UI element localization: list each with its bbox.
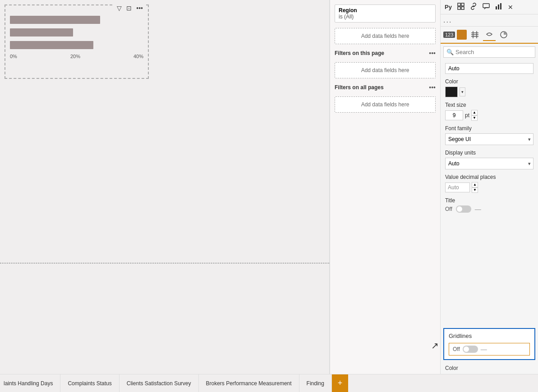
filters-all-pages-label: Filters on all pages	[335, 84, 384, 91]
bottom-tabs: laints Handling Days Complaints Status C…	[0, 374, 538, 392]
chart-type-icon-btn[interactable]	[497, 28, 510, 41]
search-icon: 🔍	[446, 49, 454, 55]
search-box[interactable]: 🔍	[443, 46, 535, 58]
text-size-input[interactable]	[445, 110, 463, 120]
comment-icon[interactable]	[481, 2, 491, 12]
axis-label-0: 0%	[10, 54, 17, 59]
py-button[interactable]: Py	[443, 3, 453, 11]
decimal-spinner-down[interactable]: ▼	[472, 187, 478, 193]
x-icon[interactable]: ✕	[506, 3, 515, 12]
svg-rect-6	[498, 5, 499, 9]
title-label: Title	[445, 197, 533, 204]
decimal-input[interactable]	[445, 182, 470, 192]
color-dropdown-arrow[interactable]: ▾	[460, 87, 465, 96]
filters-all-pages-section: Filters on all pages •••	[335, 84, 436, 91]
bar-chart	[10, 12, 143, 53]
tab-clients-satisfaction-label: Clients Satisfaction Survey	[127, 380, 191, 387]
tab-brokers-performance[interactable]: Brokers Performance Measurement	[199, 374, 299, 392]
decimal-spinner: ▲ ▼	[472, 182, 478, 193]
filter-panel: Region is (All) Add data fields here Fil…	[330, 0, 440, 374]
color-box[interactable]	[445, 87, 458, 97]
grid-icon-btn[interactable]	[469, 28, 481, 41]
add-data-fields-all-pages[interactable]: Add data fields here	[335, 96, 436, 113]
gridlines-toggle[interactable]	[463, 346, 478, 353]
display-units-select[interactable]: Auto None Thousands Millions Billions	[445, 158, 533, 169]
props-icon-row: 123	[441, 27, 538, 44]
main-area: ▽ ⊡ ••• 0% 20%	[0, 0, 538, 374]
color-bottom-label: Color	[445, 365, 458, 371]
add-data-fields-this-page[interactable]: Add data fields here	[335, 62, 436, 78]
region-label: Region	[339, 7, 432, 14]
svg-rect-5	[496, 6, 497, 9]
region-filter-chip[interactable]: Region is (All)	[335, 5, 436, 23]
display-units-label: Display units	[445, 150, 533, 156]
chart-widget: ▽ ⊡ ••• 0% 20%	[5, 5, 149, 79]
tab-complaints-status-label: Complaints Status	[68, 380, 111, 387]
decimal-spinner-up[interactable]: ▲	[472, 182, 478, 187]
focus-mode-icon[interactable]: ⊡	[125, 4, 133, 12]
color-selector: ▾	[445, 87, 533, 97]
link-icon[interactable]	[469, 2, 478, 12]
tab-clients-satisfaction[interactable]: Clients Satisfaction Survey	[120, 374, 199, 392]
filter-icon[interactable]: ▽	[115, 4, 123, 12]
text-size-label: Text size	[445, 102, 533, 108]
title-toggle[interactable]	[456, 205, 471, 213]
spinner-up[interactable]: ▲	[471, 110, 478, 115]
search-input[interactable]	[455, 49, 532, 55]
gridlines-title: Gridlines	[449, 333, 530, 339]
font-family-dropdown-wrapper: Segoe UI Arial Calibri	[445, 133, 533, 145]
add-data-fields-top[interactable]: Add data fields here	[335, 28, 436, 44]
text-size-prop-row: Text size pt ▲ ▼	[445, 102, 533, 121]
props-content: Color ▾ Text size pt ▲ ▼	[441, 60, 538, 326]
spinner-down[interactable]: ▼	[471, 115, 478, 121]
font-family-select[interactable]: Segoe UI Arial Calibri	[445, 133, 533, 145]
table-icon[interactable]	[456, 2, 466, 12]
bar-row-2	[10, 28, 143, 36]
title-dash: —	[475, 205, 481, 213]
canvas-area: ▽ ⊡ ••• 0% 20%	[0, 0, 330, 374]
tab-finding[interactable]: Finding	[299, 374, 332, 392]
orange-icon-btn[interactable]	[457, 30, 467, 40]
props-toolbar-row1: Py ✕	[441, 0, 538, 14]
bar-row-1	[10, 16, 143, 24]
title-toggle-label: Off	[445, 206, 452, 212]
font-family-prop-row: Font family Segoe UI Arial Calibri	[445, 125, 533, 145]
bar-2	[10, 28, 73, 36]
display-units-prop-row: Display units Auto None Thousands Millio…	[445, 150, 533, 169]
tab-complaints-status[interactable]: Complaints Status	[60, 374, 119, 392]
text-size-unit: pt	[465, 112, 469, 119]
tab-complaints-handling[interactable]: laints Handling Days	[0, 374, 60, 392]
num-badge: 123	[443, 32, 455, 38]
svg-rect-4	[483, 4, 489, 8]
gridlines-dash: —	[481, 346, 487, 353]
filters-this-page-section: Filters on this page •••	[335, 50, 436, 57]
axis-labels: 0% 20% 40%	[10, 53, 143, 60]
props-dots-row: ...	[441, 14, 538, 27]
filters-this-page-label: Filters on this page	[335, 50, 384, 56]
chart-content: 0% 20% 40%	[8, 8, 146, 76]
filters-this-page-more[interactable]: •••	[429, 50, 436, 57]
svg-rect-1	[461, 3, 464, 6]
tab-brokers-performance-label: Brokers Performance Measurement	[206, 380, 292, 387]
bar-3	[10, 41, 93, 49]
filters-all-pages-more[interactable]: •••	[429, 84, 436, 91]
decimal-row: ▲ ▼	[445, 182, 533, 193]
auto-input[interactable]	[445, 63, 533, 74]
color-label: Color	[445, 78, 533, 85]
font-family-label: Font family	[445, 125, 533, 132]
text-size-row: pt ▲ ▼	[445, 110, 533, 121]
properties-panel: Py ✕ ... 123	[440, 0, 538, 374]
tab-add-button[interactable]: +	[332, 374, 348, 392]
svg-rect-2	[458, 7, 460, 9]
svg-rect-3	[461, 7, 464, 9]
more-options-icon[interactable]: •••	[135, 4, 144, 12]
axis-label-40: 40%	[133, 54, 143, 59]
chart-toolbar: ▽ ⊡ •••	[114, 3, 146, 13]
tab-finding-label: Finding	[307, 380, 324, 387]
gridlines-toggle-row: Off —	[449, 343, 530, 356]
analytics-icon[interactable]	[494, 2, 504, 12]
props-more-dots: ...	[443, 16, 452, 24]
format-icon-btn[interactable]	[483, 28, 496, 41]
svg-rect-0	[458, 3, 460, 6]
display-units-dropdown-wrapper: Auto None Thousands Millions Billions	[445, 158, 533, 169]
